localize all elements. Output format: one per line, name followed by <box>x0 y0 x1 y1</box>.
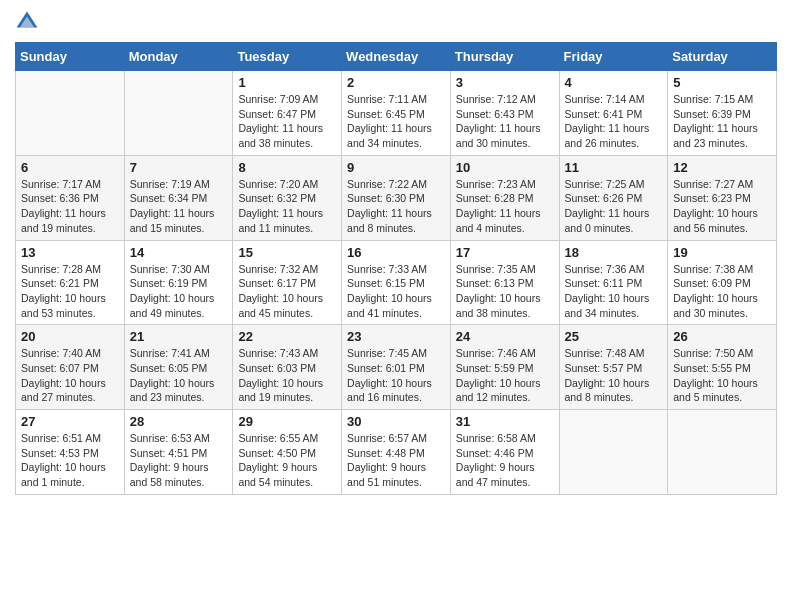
day-number: 6 <box>21 160 119 175</box>
weekday-header-monday: Monday <box>124 43 233 71</box>
day-info: Sunrise: 7:43 AM Sunset: 6:03 PM Dayligh… <box>238 346 336 405</box>
day-number: 31 <box>456 414 554 429</box>
calendar-cell: 2Sunrise: 7:11 AM Sunset: 6:45 PM Daylig… <box>342 71 451 156</box>
day-number: 20 <box>21 329 119 344</box>
calendar-cell: 3Sunrise: 7:12 AM Sunset: 6:43 PM Daylig… <box>450 71 559 156</box>
day-number: 13 <box>21 245 119 260</box>
day-number: 12 <box>673 160 771 175</box>
day-info: Sunrise: 6:58 AM Sunset: 4:46 PM Dayligh… <box>456 431 554 490</box>
day-info: Sunrise: 7:36 AM Sunset: 6:11 PM Dayligh… <box>565 262 663 321</box>
calendar-cell: 12Sunrise: 7:27 AM Sunset: 6:23 PM Dayli… <box>668 155 777 240</box>
day-info: Sunrise: 7:41 AM Sunset: 6:05 PM Dayligh… <box>130 346 228 405</box>
day-info: Sunrise: 7:50 AM Sunset: 5:55 PM Dayligh… <box>673 346 771 405</box>
day-number: 17 <box>456 245 554 260</box>
day-number: 18 <box>565 245 663 260</box>
calendar-week-1: 6Sunrise: 7:17 AM Sunset: 6:36 PM Daylig… <box>16 155 777 240</box>
calendar-cell <box>559 410 668 495</box>
calendar-cell: 16Sunrise: 7:33 AM Sunset: 6:15 PM Dayli… <box>342 240 451 325</box>
day-number: 22 <box>238 329 336 344</box>
day-info: Sunrise: 7:28 AM Sunset: 6:21 PM Dayligh… <box>21 262 119 321</box>
calendar-week-3: 20Sunrise: 7:40 AM Sunset: 6:07 PM Dayli… <box>16 325 777 410</box>
calendar-cell: 24Sunrise: 7:46 AM Sunset: 5:59 PM Dayli… <box>450 325 559 410</box>
day-info: Sunrise: 7:19 AM Sunset: 6:34 PM Dayligh… <box>130 177 228 236</box>
calendar-cell: 17Sunrise: 7:35 AM Sunset: 6:13 PM Dayli… <box>450 240 559 325</box>
calendar-week-2: 13Sunrise: 7:28 AM Sunset: 6:21 PM Dayli… <box>16 240 777 325</box>
day-info: Sunrise: 7:48 AM Sunset: 5:57 PM Dayligh… <box>565 346 663 405</box>
calendar-week-4: 27Sunrise: 6:51 AM Sunset: 4:53 PM Dayli… <box>16 410 777 495</box>
day-info: Sunrise: 7:14 AM Sunset: 6:41 PM Dayligh… <box>565 92 663 151</box>
calendar-cell: 21Sunrise: 7:41 AM Sunset: 6:05 PM Dayli… <box>124 325 233 410</box>
calendar-cell: 25Sunrise: 7:48 AM Sunset: 5:57 PM Dayli… <box>559 325 668 410</box>
logo-icon <box>15 10 39 34</box>
calendar-cell: 14Sunrise: 7:30 AM Sunset: 6:19 PM Dayli… <box>124 240 233 325</box>
day-info: Sunrise: 7:22 AM Sunset: 6:30 PM Dayligh… <box>347 177 445 236</box>
calendar-cell: 20Sunrise: 7:40 AM Sunset: 6:07 PM Dayli… <box>16 325 125 410</box>
day-number: 7 <box>130 160 228 175</box>
day-info: Sunrise: 7:12 AM Sunset: 6:43 PM Dayligh… <box>456 92 554 151</box>
calendar-cell: 6Sunrise: 7:17 AM Sunset: 6:36 PM Daylig… <box>16 155 125 240</box>
day-number: 28 <box>130 414 228 429</box>
day-info: Sunrise: 7:23 AM Sunset: 6:28 PM Dayligh… <box>456 177 554 236</box>
page-header <box>15 10 777 34</box>
weekday-header-sunday: Sunday <box>16 43 125 71</box>
day-info: Sunrise: 6:57 AM Sunset: 4:48 PM Dayligh… <box>347 431 445 490</box>
day-info: Sunrise: 6:51 AM Sunset: 4:53 PM Dayligh… <box>21 431 119 490</box>
calendar-table: SundayMondayTuesdayWednesdayThursdayFrid… <box>15 42 777 495</box>
day-info: Sunrise: 7:45 AM Sunset: 6:01 PM Dayligh… <box>347 346 445 405</box>
day-info: Sunrise: 6:55 AM Sunset: 4:50 PM Dayligh… <box>238 431 336 490</box>
calendar-cell: 23Sunrise: 7:45 AM Sunset: 6:01 PM Dayli… <box>342 325 451 410</box>
calendar-cell: 19Sunrise: 7:38 AM Sunset: 6:09 PM Dayli… <box>668 240 777 325</box>
calendar-cell: 22Sunrise: 7:43 AM Sunset: 6:03 PM Dayli… <box>233 325 342 410</box>
day-info: Sunrise: 7:32 AM Sunset: 6:17 PM Dayligh… <box>238 262 336 321</box>
calendar-cell: 7Sunrise: 7:19 AM Sunset: 6:34 PM Daylig… <box>124 155 233 240</box>
day-number: 5 <box>673 75 771 90</box>
calendar-cell: 10Sunrise: 7:23 AM Sunset: 6:28 PM Dayli… <box>450 155 559 240</box>
calendar-cell <box>16 71 125 156</box>
logo <box>15 10 43 34</box>
day-number: 11 <box>565 160 663 175</box>
day-number: 19 <box>673 245 771 260</box>
calendar-cell: 27Sunrise: 6:51 AM Sunset: 4:53 PM Dayli… <box>16 410 125 495</box>
calendar-cell <box>668 410 777 495</box>
day-info: Sunrise: 7:17 AM Sunset: 6:36 PM Dayligh… <box>21 177 119 236</box>
day-info: Sunrise: 7:27 AM Sunset: 6:23 PM Dayligh… <box>673 177 771 236</box>
day-number: 23 <box>347 329 445 344</box>
day-number: 4 <box>565 75 663 90</box>
day-info: Sunrise: 6:53 AM Sunset: 4:51 PM Dayligh… <box>130 431 228 490</box>
calendar-cell: 5Sunrise: 7:15 AM Sunset: 6:39 PM Daylig… <box>668 71 777 156</box>
weekday-header-tuesday: Tuesday <box>233 43 342 71</box>
calendar-cell: 28Sunrise: 6:53 AM Sunset: 4:51 PM Dayli… <box>124 410 233 495</box>
calendar-cell: 8Sunrise: 7:20 AM Sunset: 6:32 PM Daylig… <box>233 155 342 240</box>
day-info: Sunrise: 7:46 AM Sunset: 5:59 PM Dayligh… <box>456 346 554 405</box>
calendar-cell: 1Sunrise: 7:09 AM Sunset: 6:47 PM Daylig… <box>233 71 342 156</box>
weekday-header-friday: Friday <box>559 43 668 71</box>
calendar-cell <box>124 71 233 156</box>
day-number: 30 <box>347 414 445 429</box>
day-number: 9 <box>347 160 445 175</box>
day-number: 15 <box>238 245 336 260</box>
day-number: 16 <box>347 245 445 260</box>
calendar-header: SundayMondayTuesdayWednesdayThursdayFrid… <box>16 43 777 71</box>
day-number: 2 <box>347 75 445 90</box>
day-info: Sunrise: 7:11 AM Sunset: 6:45 PM Dayligh… <box>347 92 445 151</box>
calendar-cell: 31Sunrise: 6:58 AM Sunset: 4:46 PM Dayli… <box>450 410 559 495</box>
day-number: 21 <box>130 329 228 344</box>
calendar-cell: 26Sunrise: 7:50 AM Sunset: 5:55 PM Dayli… <box>668 325 777 410</box>
weekday-header-saturday: Saturday <box>668 43 777 71</box>
calendar-cell: 15Sunrise: 7:32 AM Sunset: 6:17 PM Dayli… <box>233 240 342 325</box>
calendar-cell: 30Sunrise: 6:57 AM Sunset: 4:48 PM Dayli… <box>342 410 451 495</box>
calendar-cell: 11Sunrise: 7:25 AM Sunset: 6:26 PM Dayli… <box>559 155 668 240</box>
day-number: 25 <box>565 329 663 344</box>
day-info: Sunrise: 7:35 AM Sunset: 6:13 PM Dayligh… <box>456 262 554 321</box>
day-info: Sunrise: 7:30 AM Sunset: 6:19 PM Dayligh… <box>130 262 228 321</box>
day-info: Sunrise: 7:15 AM Sunset: 6:39 PM Dayligh… <box>673 92 771 151</box>
calendar-cell: 4Sunrise: 7:14 AM Sunset: 6:41 PM Daylig… <box>559 71 668 156</box>
day-number: 8 <box>238 160 336 175</box>
day-info: Sunrise: 7:33 AM Sunset: 6:15 PM Dayligh… <box>347 262 445 321</box>
day-info: Sunrise: 7:40 AM Sunset: 6:07 PM Dayligh… <box>21 346 119 405</box>
day-number: 14 <box>130 245 228 260</box>
day-number: 29 <box>238 414 336 429</box>
calendar-cell: 13Sunrise: 7:28 AM Sunset: 6:21 PM Dayli… <box>16 240 125 325</box>
calendar-cell: 9Sunrise: 7:22 AM Sunset: 6:30 PM Daylig… <box>342 155 451 240</box>
day-number: 24 <box>456 329 554 344</box>
